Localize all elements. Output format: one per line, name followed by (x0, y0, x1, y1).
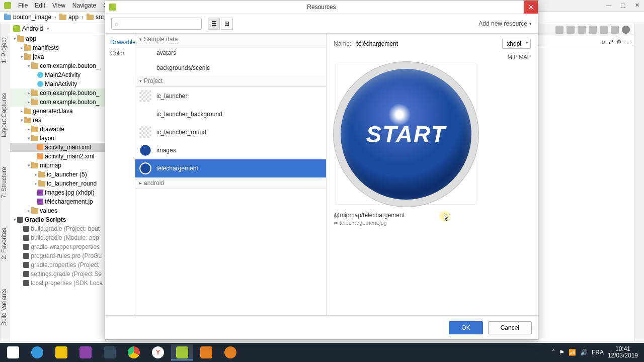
taskbar-ie[interactable] (26, 344, 48, 360)
taskbar-media[interactable] (219, 344, 242, 360)
menu-navigate[interactable]: Navigate (72, 2, 96, 9)
tray-network-icon[interactable]: 📶 (569, 349, 576, 356)
toolbar-icon[interactable] (578, 26, 586, 34)
tree-gradle-props[interactable]: gradle.properties (Project (31, 261, 99, 268)
tree-local-props[interactable]: local.properties (SDK Loca (31, 280, 103, 287)
dialog-titlebar[interactable]: Resources ✕ (105, 1, 538, 14)
taskbar-vs[interactable] (74, 344, 97, 360)
tree-telechargement[interactable]: téléchargement.jp (45, 198, 93, 205)
gutter-structure[interactable]: 7: Structure (1, 167, 10, 198)
resource-avatars[interactable]: avatars (135, 45, 326, 60)
tree-pkg1[interactable]: com.example.bouton_ (40, 62, 99, 69)
tree-mipmap[interactable]: mipmap (40, 162, 61, 169)
toolbar-icon[interactable] (600, 26, 608, 34)
density-select[interactable]: xhdpi (502, 39, 531, 49)
taskbar-tools[interactable] (99, 344, 121, 360)
add-new-resource-button[interactable]: Add new resource ▾ (478, 20, 532, 27)
tree-res[interactable]: res (33, 117, 41, 124)
gutter-project[interactable]: 1: Project (1, 38, 10, 64)
gutter-build-variants[interactable]: Build Variants (1, 289, 10, 326)
gear-icon[interactable]: ⚙ (616, 38, 622, 45)
taskbar-app-orange[interactable] (195, 344, 217, 360)
menu-file[interactable]: File (18, 2, 28, 9)
project-tree[interactable]: ▾ app ▸ manifests ▾ java ▾ com.example.b… (10, 34, 105, 341)
tree-ic-launcher-round[interactable]: ic_launcher_round (47, 180, 97, 187)
resource-search-input[interactable]: ⌕ (111, 18, 202, 30)
tree-build-gradle-mod[interactable]: build.gradle (Module: app (31, 234, 99, 241)
resource-ic-launcher-bg[interactable]: ic_launcher_background (135, 105, 326, 123)
minimize-panel-icon[interactable]: — (625, 38, 631, 45)
tree-manifests[interactable]: manifests (33, 44, 58, 51)
system-tray[interactable]: ˄ ⚑ 📶 🔊 FRA 10:41 12/03/2019 (552, 346, 642, 359)
folder-icon (31, 208, 38, 214)
grid-view-button[interactable]: ⊞ (221, 18, 233, 30)
tree-activity-main[interactable]: activity_main.xml (45, 144, 91, 151)
tree-app[interactable]: app (26, 35, 36, 42)
menu-edit[interactable]: Edit (35, 2, 45, 9)
gradle-icon (23, 244, 29, 250)
module-icon (17, 36, 24, 42)
tree-proguard[interactable]: proguard-rules.pro (ProGu (31, 252, 102, 259)
toolbar-search-icon[interactable] (622, 26, 630, 34)
resource-images[interactable]: images (135, 141, 326, 159)
tree-ic-launcher[interactable]: ic_launcher (5) (47, 171, 87, 178)
tray-flag-icon[interactable]: ⚑ (559, 349, 565, 356)
tray-lang[interactable]: FRA (592, 349, 604, 356)
resource-backgrounds[interactable]: backgrounds/scenic (135, 60, 326, 75)
resource-ic-launcher[interactable]: ic_launcher (135, 87, 326, 105)
tree-values[interactable]: values (40, 207, 57, 214)
minimize-button[interactable]: — (602, 0, 616, 10)
group-android[interactable]: ▸android (135, 177, 326, 189)
maximize-button[interactable]: ▢ (616, 0, 630, 10)
breadcrumb-app[interactable]: app (59, 14, 78, 21)
gutter-favorites[interactable]: 2: Favorites (1, 228, 10, 260)
taskbar-android-studio[interactable] (171, 344, 193, 360)
breadcrumb-src[interactable]: src (87, 14, 104, 21)
taskbar-yandex[interactable]: Y (147, 344, 169, 360)
toolbar-icon[interactable] (589, 26, 597, 34)
tree-mainactivity[interactable]: MainActivity (45, 80, 77, 87)
tree-genjava[interactable]: generatedJava (33, 108, 72, 115)
tray-clock[interactable]: 10:41 12/03/2019 (608, 346, 638, 359)
ok-button[interactable]: OK (449, 321, 482, 334)
toolbar-icon[interactable] (555, 26, 564, 34)
cancel-button[interactable]: Cancel (488, 321, 532, 334)
toolbar-icon[interactable] (611, 26, 619, 34)
breadcrumb-project[interactable]: bouton_image (4, 14, 51, 21)
preview-resource-file: ⇒ téléchargement.jpg (334, 220, 531, 226)
gutter-layout-captures[interactable]: Layout Captures (1, 93, 10, 137)
category-color[interactable]: Color (105, 48, 135, 59)
package-icon (31, 63, 38, 69)
close-button[interactable]: ✕ (630, 0, 644, 10)
list-view-button[interactable]: ☰ (208, 18, 220, 30)
dialog-close-button[interactable]: ✕ (524, 1, 538, 14)
tree-java[interactable]: java (33, 53, 44, 60)
resource-telechargement[interactable]: téléchargement (135, 159, 326, 177)
group-project[interactable]: ▾Project (135, 75, 326, 87)
resource-list[interactable]: ▾Sample data avatars backgrounds/scenic … (135, 34, 327, 315)
tree-pkg2[interactable]: com.example.bouton_ (40, 89, 99, 97)
tree-images-jpg[interactable]: images.jpg (xhdpi) (45, 189, 94, 196)
toolbar-icon[interactable] (567, 26, 575, 34)
tree-settings-gradle[interactable]: settings.gradle (Project Se (31, 270, 102, 278)
filter-icon[interactable]: ⇄ (608, 38, 613, 45)
taskbar-chrome[interactable] (123, 344, 145, 360)
tree-layout[interactable]: layout (40, 135, 56, 142)
tree-main2activity[interactable]: Main2Activity (45, 71, 80, 78)
menu-view[interactable]: View (52, 2, 65, 9)
tree-pkg3[interactable]: com.example.bouton_ (40, 99, 99, 106)
category-drawable[interactable]: Drawable (105, 37, 135, 48)
start-menu-button[interactable] (2, 344, 24, 360)
group-sample-data[interactable]: ▾Sample data (135, 34, 326, 45)
tray-chevron-up-icon[interactable]: ˄ (552, 349, 555, 356)
search-icon[interactable]: ⌕ (602, 38, 605, 45)
tree-gradle-scripts[interactable]: Gradle Scripts (25, 216, 66, 223)
tray-volume-icon[interactable]: 🔊 (580, 349, 588, 356)
resource-ic-launcher-round[interactable]: ic_launcher_round (135, 123, 326, 141)
tree-drawable[interactable]: drawable (40, 126, 64, 133)
taskbar-explorer[interactable] (50, 344, 72, 360)
project-panel-header[interactable]: Android ▾ (10, 23, 105, 34)
tree-gradle-wrapper[interactable]: gradle-wrapper.properties (31, 243, 100, 250)
tree-build-gradle-proj[interactable]: build.gradle (Project: bout (31, 225, 100, 232)
tree-activity-main2[interactable]: activity_main2.xml (45, 153, 94, 160)
